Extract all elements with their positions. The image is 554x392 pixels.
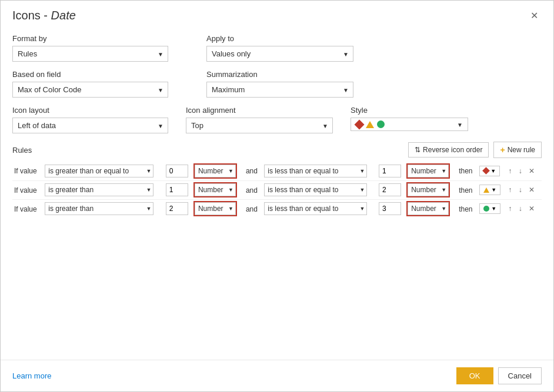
condition1-select-3[interactable]: is greater than is greater than or equal… bbox=[45, 202, 153, 215]
icon-dropdown-arrow-1: ▼ bbox=[490, 168, 496, 174]
cancel-button[interactable]: Cancel bbox=[498, 367, 542, 384]
then-label-2: then bbox=[457, 186, 474, 195]
type1-select-wrapper-1: Number Percent Percentile ▼ bbox=[193, 163, 237, 179]
summarization-select-wrapper: Maximum Minimum Average ▼ bbox=[206, 82, 353, 98]
and-label-2: and bbox=[244, 186, 259, 195]
title-bar: Icons - Date ✕ bbox=[1, 1, 553, 28]
condition1-select-wrapper-2: is greater than is greater than or equal… bbox=[45, 183, 153, 196]
apply-to-select-wrapper: Values only Values and totals ▼ bbox=[206, 46, 353, 62]
icon-layout-group: Icon layout Left of data Right of data ▼ bbox=[12, 106, 168, 133]
ok-button[interactable]: OK bbox=[456, 367, 493, 384]
style-select-display[interactable]: ▼ bbox=[351, 118, 468, 131]
type1-select-wrapper-2: Number Percent ▼ bbox=[193, 182, 237, 197]
apply-to-select[interactable]: Values only Values and totals bbox=[206, 46, 353, 62]
format-by-select-wrapper: Rules Color scale Gradient ▼ bbox=[12, 46, 168, 62]
up-btn-3[interactable]: ↑ bbox=[506, 203, 514, 214]
condition2-select-2[interactable]: is less than or equal to is less than bbox=[264, 183, 367, 196]
based-on-field-label: Based on field bbox=[12, 70, 189, 79]
icon-alignment-select[interactable]: Top Center Bottom bbox=[186, 118, 333, 133]
condition2-select-3[interactable]: is less than or equal to is less than bbox=[264, 202, 367, 215]
value1-input-1[interactable] bbox=[166, 165, 188, 177]
style-arrow-icon: ▼ bbox=[457, 121, 463, 128]
value2-input-1[interactable] bbox=[379, 165, 401, 177]
up-btn-1[interactable]: ↑ bbox=[506, 166, 514, 176]
rules-toolbar: ⇅ Reverse icon order + New rule bbox=[408, 142, 542, 158]
value1-input-2[interactable] bbox=[166, 183, 188, 196]
type2-select-wrapper-3: Number Percent ▼ bbox=[406, 201, 450, 216]
learn-more-link[interactable]: Learn more bbox=[12, 371, 51, 380]
rules-table: If value is greater than or equal to is … bbox=[12, 162, 542, 218]
close-button[interactable]: ✕ bbox=[527, 9, 542, 22]
format-by-select[interactable]: Rules Color scale Gradient bbox=[12, 46, 168, 62]
condition2-select-1[interactable]: is less than or equal to is less than is… bbox=[264, 165, 367, 177]
summarization-label: Summarization bbox=[206, 70, 353, 79]
table-row: If value is greater than is greater than… bbox=[12, 180, 542, 199]
style-diamond-icon bbox=[355, 119, 365, 129]
icon-alignment-label: Icon alignment bbox=[186, 106, 333, 115]
reverse-icon-order-button[interactable]: ⇅ Reverse icon order bbox=[408, 142, 489, 158]
icon-dropdown-arrow-3: ▼ bbox=[491, 206, 496, 212]
value2-input-3[interactable] bbox=[379, 202, 401, 215]
icon-alignment-group: Icon alignment Top Center Bottom ▼ bbox=[186, 106, 333, 133]
table-row: If value is greater than or equal to is … bbox=[12, 162, 542, 180]
table-row: If value is greater than is greater than… bbox=[12, 199, 542, 218]
type2-select-1[interactable]: Number Percent bbox=[408, 165, 449, 177]
condition1-select-2[interactable]: is greater than is greater than or equal… bbox=[45, 183, 153, 196]
value2-input-2[interactable] bbox=[379, 183, 401, 196]
style-label: Style bbox=[351, 106, 468, 115]
rules-section: Rules ⇅ Reverse icon order + New rule bbox=[12, 142, 542, 218]
and-label-1: and bbox=[244, 167, 259, 175]
down-btn-3[interactable]: ↓ bbox=[516, 203, 525, 214]
condition2-select-wrapper-3: is less than or equal to is less than ▼ bbox=[264, 202, 367, 215]
summarization-group: Summarization Maximum Minimum Average ▼ bbox=[206, 70, 353, 98]
apply-to-label: Apply to bbox=[206, 34, 353, 43]
icon-dropdown-arrow-2: ▼ bbox=[491, 187, 496, 193]
based-on-field-select[interactable]: Max of Color Code bbox=[12, 82, 168, 98]
if-label-3: If value bbox=[14, 205, 39, 213]
summarization-select[interactable]: Maximum Minimum Average bbox=[206, 82, 353, 98]
icon-picker-btn-2[interactable]: ▼ bbox=[479, 185, 500, 195]
type1-select-3[interactable]: Number Percent bbox=[195, 202, 236, 215]
icon-picker-btn-3[interactable]: ▼ bbox=[479, 203, 500, 214]
up-btn-2[interactable]: ↑ bbox=[506, 185, 514, 195]
condition2-select-wrapper-1: is less than or equal to is less than is… bbox=[264, 165, 367, 177]
type2-select-3[interactable]: Number Percent bbox=[408, 202, 449, 215]
down-btn-1[interactable]: ↓ bbox=[516, 166, 525, 176]
diamond-icon-1 bbox=[482, 167, 490, 175]
style-icons bbox=[356, 120, 385, 128]
new-rule-button[interactable]: + New rule bbox=[493, 142, 542, 158]
if-label-1: If value bbox=[14, 167, 39, 175]
style-triangle-icon bbox=[366, 121, 374, 128]
delete-btn-2[interactable]: ✕ bbox=[526, 185, 537, 195]
format-by-group: Format by Rules Color scale Gradient ▼ bbox=[12, 34, 189, 62]
dialog-title: Icons - Date bbox=[12, 9, 76, 22]
format-by-label: Format by bbox=[12, 34, 189, 43]
down-btn-2[interactable]: ↓ bbox=[516, 185, 525, 195]
icon-picker-btn-1[interactable]: ▼ bbox=[479, 166, 500, 176]
reverse-icon: ⇅ bbox=[415, 146, 420, 154]
based-on-field-select-wrapper: Max of Color Code ▼ bbox=[12, 82, 168, 98]
condition1-select-wrapper: is greater than or equal to is greater t… bbox=[45, 165, 153, 177]
type1-select-1[interactable]: Number Percent Percentile bbox=[195, 165, 236, 177]
condition1-select[interactable]: is greater than or equal to is greater t… bbox=[45, 165, 153, 177]
icon-layout-select-wrapper: Left of data Right of data ▼ bbox=[12, 118, 168, 133]
type2-select-wrapper-1: Number Percent ▼ bbox=[406, 163, 450, 179]
icon-layout-select[interactable]: Left of data Right of data bbox=[12, 118, 168, 133]
type1-select-2[interactable]: Number Percent bbox=[195, 183, 236, 196]
condition1-select-wrapper-3: is greater than is greater than or equal… bbox=[45, 202, 153, 215]
then-label-1: then bbox=[457, 167, 474, 175]
row-field-summarization: Based on field Max of Color Code ▼ Summa… bbox=[12, 70, 542, 98]
value1-input-3[interactable] bbox=[166, 202, 188, 215]
rules-header: Rules ⇅ Reverse icon order + New rule bbox=[12, 142, 542, 162]
plus-icon: + bbox=[500, 145, 505, 155]
row-format-apply: Format by Rules Color scale Gradient ▼ A… bbox=[12, 34, 542, 62]
dialog-content: Format by Rules Color scale Gradient ▼ A… bbox=[1, 28, 553, 360]
type2-select-2[interactable]: Number Percent bbox=[408, 183, 449, 196]
delete-btn-1[interactable]: ✕ bbox=[526, 166, 537, 176]
then-label-3: then bbox=[457, 205, 474, 213]
dialog-footer: Learn more OK Cancel bbox=[1, 360, 553, 391]
circle-icon-3 bbox=[483, 206, 489, 212]
rules-label: Rules bbox=[12, 146, 32, 155]
type1-select-wrapper-3: Number Percent ▼ bbox=[193, 201, 237, 216]
delete-btn-3[interactable]: ✕ bbox=[526, 203, 537, 214]
